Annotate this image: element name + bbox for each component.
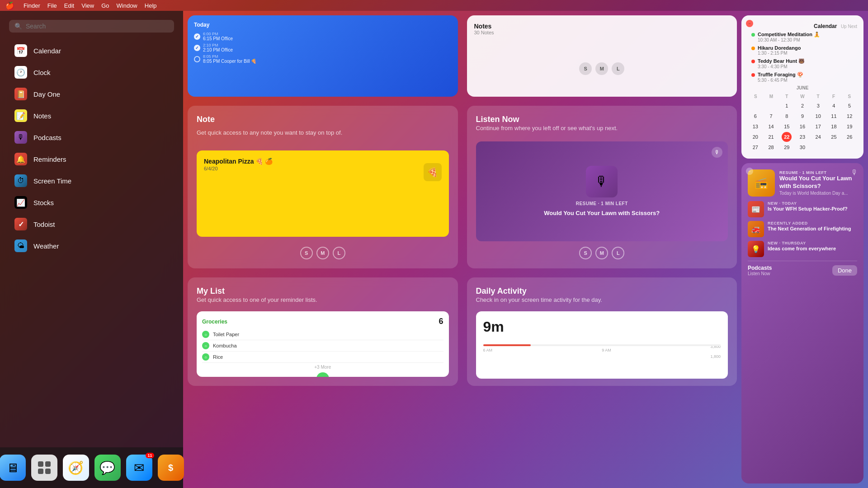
listen-size-s[interactable]: S [579,247,592,259]
notes-size-m[interactable]: M [595,62,608,75]
cal-day-20[interactable]: 19 [844,122,854,131]
cal-day-23[interactable]: 22 [782,132,792,142]
cal-day-6[interactable]: 5 [844,101,854,111]
dock-mail[interactable]: ✉ 11 [126,455,152,481]
list-item-text-3: Rice [213,354,223,360]
menubar-window[interactable]: Window [117,2,137,9]
sidebar-item-weather[interactable]: 🌤 Weather [4,235,179,257]
list-item-text-1: Toilet Paper [213,332,239,337]
search-bar[interactable]: 🔍 [9,20,174,33]
cal-day-30[interactable]: 29 [782,142,792,152]
calendar-close[interactable]: − [746,20,753,27]
note-size-s[interactable]: S [300,247,313,259]
listen-size-m[interactable]: M [595,247,608,259]
svg-rect-1 [45,461,51,467]
cal-day-13[interactable]: 12 [844,111,854,121]
sidebar-item-screentime[interactable]: ⏱ Screen Time [4,170,179,192]
note-size-l[interactable]: L [333,247,345,259]
cal-day-25[interactable]: 24 [813,132,823,142]
podcast-logo: 🎙 [586,166,618,197]
note-size-m[interactable]: M [316,247,329,259]
sidebar-item-todoist[interactable]: ✓ Todoist [4,213,179,235]
todo-check-3[interactable] [194,56,200,62]
cal-day-24[interactable]: 23 [797,132,807,142]
cal-day-31[interactable]: 30 [797,142,807,152]
activity-desc: Check in on your screen time activity fo… [476,296,728,304]
sidebar-item-calendar[interactable]: 📅 Calendar [4,40,179,61]
cal-event-name-1: Competitive Meditation 🧘 [758,32,857,38]
cal-day-22[interactable]: 21 [766,132,776,142]
cal-event-time-2: 1:30 - 2:15 PM [758,51,857,56]
svg-rect-2 [38,469,43,474]
cal-day-27[interactable]: 26 [844,132,854,142]
cal-day-21[interactable]: 20 [750,132,760,142]
menubar-edit[interactable]: Edit [64,2,74,9]
notes-size-l[interactable]: L [612,62,624,75]
sidebar-item-notes[interactable]: 📝 Notes [4,105,179,127]
sidebar-item-reminders[interactable]: 🔔 Reminders [4,148,179,170]
activity-labels: 6 AM 9 AM [483,348,721,352]
activity-x-1: 6 AM [483,348,493,352]
cal-day-29[interactable]: 28 [766,142,776,152]
todo-item-2: 2:10 PM 2:10 PM Office [194,43,452,52]
sidebar-label-screentime: Screen Time [33,177,71,185]
cal-day-2[interactable]: 1 [782,101,792,111]
menubar-help[interactable]: Help [145,2,157,9]
cal-day-17[interactable]: 16 [797,122,807,131]
cal-day-9[interactable]: 8 [782,111,792,121]
sidebar-item-dayone[interactable]: 📔 Day One [4,83,179,105]
activity-title: Daily Activity [476,286,728,296]
cal-day-4[interactable]: 3 [813,101,823,111]
menubar-file[interactable]: File [47,2,57,9]
list-item-1: ○ Toilet Paper [202,329,443,340]
cal-day-3[interactable]: 2 [797,101,807,111]
sidebar-item-podcasts[interactable]: 🎙 Podcasts [4,127,179,148]
cal-day-10[interactable]: 9 [797,111,807,121]
menubar-finder[interactable]: Finder [24,2,40,9]
podcasts-footer-info: Podcasts Listen Now [748,265,772,276]
sidebar-item-stocks[interactable]: 📈 Stocks [4,192,179,213]
cal-day-12[interactable]: 11 [829,111,839,121]
cal-day-19[interactable]: 18 [829,122,839,131]
cal-day-5[interactable]: 4 [829,101,839,111]
cal-day-8[interactable]: 7 [766,111,776,121]
activity-bar [483,344,721,346]
cal-day-28[interactable]: 27 [750,142,760,152]
note-card[interactable]: 🍕 Neapolitan Pizza 🍕 🍊 6/4/20 [197,150,449,237]
dock-launchpad[interactable] [31,455,57,481]
apple-menu[interactable]: 🍎 [5,1,14,10]
cal-day-18[interactable]: 17 [813,122,823,131]
cal-day-11[interactable]: 10 [813,111,823,121]
podcast-list-title-1: Is Your WFH Setup Hacker-Proof? [768,206,848,212]
dock-money[interactable]: $ [158,455,184,481]
todo-text-1: 6:15 PM Office [203,36,233,41]
done-button[interactable]: Done [832,265,857,276]
widget-row-top: Today 6:00 PM 6:15 PM Office 2:10 PM 2:1… [183,11,741,101]
dock-messages[interactable]: 💬 [94,455,121,481]
cal-day-14[interactable]: 13 [750,122,760,131]
cal-event-2: Hikaru Doredango 1:30 - 2:15 PM [748,45,857,56]
todo-check-1[interactable] [194,33,200,40]
notes-size-s[interactable]: S [579,62,592,75]
sidebar-item-clock[interactable]: 🕐 Clock [4,61,179,83]
note-thumb: 🍕 [424,163,442,181]
cal-day-16[interactable]: 15 [782,122,792,131]
dock-finder[interactable]: 🖥 [0,455,26,481]
podcast-list-thumb-2: 🚒 [748,221,764,237]
cal-day-7[interactable]: 6 [750,111,760,121]
list-more: +3 More [202,365,443,370]
search-input[interactable] [26,23,169,30]
cal-day-26[interactable]: 25 [829,132,839,142]
cal-day-15[interactable]: 14 [766,122,776,131]
podcast-card[interactable]: 🎙 🎙 RESUME · 1 MIN LEFT Would You Cut Yo… [476,141,728,241]
podcasts-close[interactable]: − [746,168,753,175]
cal-event-name-3: Teddy Bear Hunt 🐻 [758,58,857,64]
todo-item-3: 8:05 PM 8:05 PM Cooper for Bill 🍕 [194,54,452,64]
menubar-view[interactable]: View [81,2,94,9]
todo-check-2[interactable] [194,45,200,51]
menubar-go[interactable]: Go [101,2,109,9]
listen-size-l[interactable]: L [612,247,624,259]
dock-safari[interactable]: 🧭 [63,455,89,481]
cal-header-2: T [779,94,795,99]
mylist-desc: Get quick access to one of your reminder… [197,296,449,304]
